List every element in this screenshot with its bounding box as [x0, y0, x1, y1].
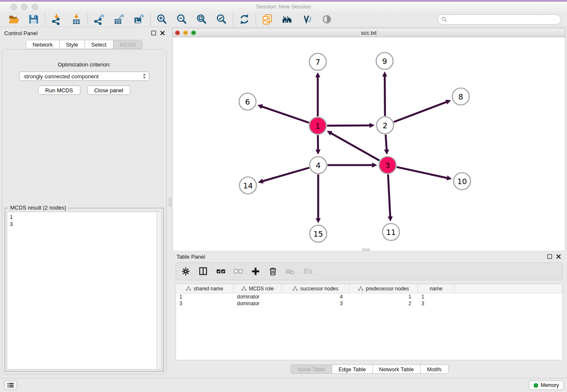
column-header-successor-nodes[interactable]: successor nodes [282, 284, 350, 293]
tab-style[interactable]: Style [60, 40, 85, 49]
column-header-mcds-role[interactable]: MCDS role [234, 284, 282, 293]
node-table: shared nameMCDS rolesuccessor nodesprede… [176, 284, 563, 360]
import-network-icon[interactable] [51, 14, 62, 25]
clone-network-icon[interactable] [261, 14, 273, 25]
search-box [438, 14, 561, 25]
svg-text:11: 11 [386, 228, 396, 237]
control-panel: Control Panel NetworkStyleSelectMCDS Opt… [0, 27, 168, 378]
tab-motifs[interactable]: Motifs [421, 364, 449, 374]
column-header-name[interactable]: name [418, 284, 454, 293]
refresh-layout-icon[interactable] [239, 14, 250, 25]
graph-node-1[interactable]: 1 [309, 117, 326, 134]
export-image-icon[interactable] [133, 14, 145, 25]
delete-table-icon [285, 266, 295, 276]
close-table-panel-icon[interactable] [556, 254, 561, 259]
birds-eye-view-icon[interactable] [321, 14, 333, 25]
graph-node-6[interactable]: 6 [239, 93, 256, 110]
graph-edge-2-3[interactable] [385, 135, 386, 150]
column-header-predecessor-nodes[interactable]: predecessor nodes [350, 284, 418, 293]
mcds-result-area[interactable]: 13 [7, 212, 162, 370]
tab-network[interactable]: Network [26, 40, 60, 49]
graph-node-15[interactable]: 15 [310, 225, 327, 242]
svg-text:7: 7 [315, 58, 320, 66]
select-all-columns-icon[interactable] [216, 266, 226, 276]
zoom-out-icon[interactable] [176, 14, 187, 25]
save-session-icon[interactable] [28, 14, 39, 25]
table-panel-title: Table Panel [176, 254, 205, 260]
graph-edge-3-11[interactable] [388, 174, 390, 217]
table-row: 3dominator323 [176, 300, 562, 307]
graph-edge-1-6[interactable] [262, 107, 309, 123]
cell-name[interactable]: 3 [418, 301, 454, 306]
network-overview-icon[interactable] [281, 14, 293, 25]
graph-edge-3-1[interactable] [331, 133, 379, 161]
toggle-graphics-details-icon[interactable] [301, 14, 313, 25]
tab-select[interactable]: Select [85, 40, 113, 49]
split-columns-icon[interactable] [198, 266, 209, 276]
table-panel-header: Table Panel [172, 251, 567, 262]
column-type-icon [241, 286, 247, 291]
zoom-in-icon[interactable] [156, 14, 168, 25]
graph-node-10[interactable]: 10 [454, 173, 471, 190]
vertical-splitter-handle[interactable] [169, 197, 171, 207]
cell-successor-nodes[interactable]: 3 [282, 301, 350, 306]
cell-name[interactable]: 1 [418, 294, 454, 300]
cell-mcds-role[interactable]: dominator [234, 294, 282, 300]
float-panel-icon[interactable] [151, 30, 156, 36]
delete-column-icon[interactable] [268, 266, 278, 276]
memory-button[interactable]: Memory [529, 381, 564, 390]
import-table-icon[interactable] [71, 14, 82, 25]
result-scrollbar[interactable] [156, 212, 161, 369]
graph-node-2[interactable]: 2 [377, 117, 394, 134]
graph-node-9[interactable]: 9 [376, 52, 393, 69]
tab-mcds[interactable]: MCDS [113, 40, 143, 49]
settings-gear-icon[interactable] [181, 266, 191, 276]
graph-edge-1-2[interactable] [327, 125, 370, 126]
graph-node-7[interactable]: 7 [309, 53, 326, 70]
tab-node-table[interactable]: Node Table [291, 364, 332, 374]
svg-text:10: 10 [457, 177, 467, 186]
zoom-selected-icon[interactable] [216, 14, 227, 25]
graph-node-4[interactable]: 4 [310, 157, 327, 174]
svg-text:14: 14 [243, 181, 253, 190]
graph-edge-3-10[interactable] [397, 167, 447, 178]
tab-network-table[interactable]: Network Table [373, 364, 421, 374]
cell-mcds-role[interactable]: dominator [234, 301, 282, 306]
search-input[interactable] [449, 16, 557, 23]
zoom-fit-icon[interactable] [196, 14, 207, 25]
mcds-result-legend: MCDS result (2 nodes) [8, 204, 68, 211]
open-file-icon[interactable] [8, 14, 19, 25]
graph-edge-2-9[interactable] [385, 76, 385, 116]
export-network-icon[interactable] [94, 14, 105, 25]
criterion-select[interactable]: strongly connected component [19, 72, 149, 81]
column-header-shared-name[interactable]: shared name [176, 284, 234, 293]
graph-node-8[interactable]: 8 [452, 88, 469, 105]
cell-shared-name[interactable]: 3 [176, 301, 234, 306]
network-canvas[interactable]: 7968124314101511 [172, 37, 565, 251]
column-header-label: predecessor nodes [366, 286, 409, 292]
close-panel-icon[interactable] [160, 30, 165, 36]
cell-predecessor-nodes[interactable]: 2 [350, 301, 418, 306]
float-table-panel-icon[interactable] [547, 254, 552, 259]
graph-node-3[interactable]: 3 [379, 157, 396, 174]
add-column-icon[interactable] [250, 266, 261, 276]
table-row: 1dominator411 [176, 293, 562, 300]
cell-successor-nodes[interactable]: 4 [282, 294, 350, 300]
close-panel-button[interactable]: Close panel [87, 86, 131, 95]
export-table-icon[interactable] [113, 14, 125, 25]
run-mcds-button[interactable]: Run MCDS [38, 86, 80, 95]
task-history-button[interactable] [4, 381, 17, 390]
graph-node-14[interactable]: 14 [239, 177, 256, 194]
cell-shared-name[interactable]: 1 [176, 294, 234, 300]
mcds-result-lines: 13 [7, 212, 161, 229]
unselect-all-columns-icon[interactable] [233, 266, 243, 276]
graph-node-11[interactable]: 11 [383, 224, 399, 240]
search-icon [441, 17, 447, 22]
graph-edge-4-14[interactable] [263, 168, 309, 181]
graph-edge-2-8[interactable] [394, 102, 447, 122]
function-builder-icon: f(x) [303, 266, 313, 276]
tab-edge-table[interactable]: Edge Table [332, 364, 373, 374]
toolbar-group [88, 14, 150, 25]
toolbar-groups [3, 13, 338, 26]
cell-predecessor-nodes[interactable]: 1 [350, 294, 418, 300]
